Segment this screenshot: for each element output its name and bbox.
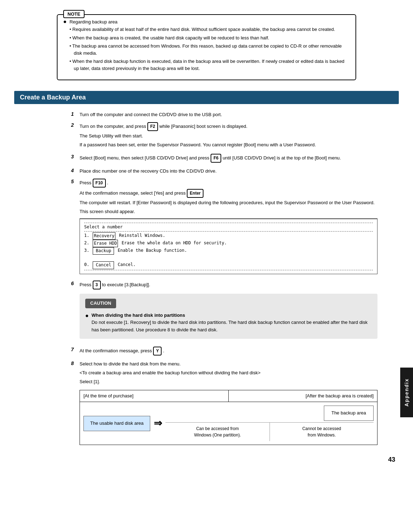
step-6: 6 Press 3 to execute [3.[Backup]]. CAUTI… xyxy=(71,281,377,343)
arrow-right-icon: ⇒ xyxy=(154,416,162,431)
disk-diagram: [At the time of purchase] [After the bac… xyxy=(80,390,377,445)
key-3: 3 xyxy=(93,281,101,289)
step-num-2: 2 xyxy=(71,122,78,128)
step-2: 2 Turn on the computer, and press F2 whi… xyxy=(71,122,377,150)
section-header: Create a Backup Area xyxy=(14,91,399,104)
key-y: Y xyxy=(153,347,162,355)
steps-container: 1 Turn off the computer and connect the … xyxy=(71,111,377,449)
screen-item-3: 3. Backup Enable the Backup function. xyxy=(84,247,373,255)
disk-right-section: The backup area Can be accessed from Win… xyxy=(165,406,374,441)
screen-cancel-desc: Cancel. xyxy=(118,261,136,269)
appendix-sidebar: Appendix xyxy=(400,368,413,417)
page-number: 43 xyxy=(388,456,395,463)
step-3: 3 Select [Boot] menu, then select [USB C… xyxy=(71,154,377,164)
step-8-line3: Select [1]. xyxy=(80,378,377,386)
step-1-text: Turn off the computer and connect the CD… xyxy=(80,112,222,117)
step-6-line1: Press 3 to execute [3.[Backup]]. xyxy=(80,281,377,289)
screen-item-1-desc: Reinstall Windows. xyxy=(119,232,165,240)
note-label: NOTE xyxy=(63,10,85,18)
step-2-line2: The Setup Utility will then start. xyxy=(80,132,377,140)
screen-item-2: 2. Erase HDD Erase the whole data on HDD… xyxy=(84,240,373,247)
screen-divider-bottom xyxy=(84,270,373,270)
note-sub-list: Requires availability of at least half o… xyxy=(70,26,350,72)
step-2-line3: If a password has been set, enter the Su… xyxy=(80,141,377,149)
step-6-content: Press 3 to execute [3.[Backup]]. CAUTION… xyxy=(80,281,377,343)
step-8-line1: Select how to divide the hard disk from … xyxy=(80,360,377,368)
screen-item-3-num: 3. xyxy=(84,247,89,255)
step-7: 7 At the confirmation message, press Y . xyxy=(71,347,377,357)
caution-bullet-icon: ● xyxy=(85,311,89,320)
step-5-line4: This screen should appear. xyxy=(80,208,377,216)
step-4-text: Place disc number one of the recovery CD… xyxy=(80,168,217,174)
screen-cancel-num: 0. xyxy=(84,261,89,269)
screen-select-label: Select a number xyxy=(84,224,373,230)
note-main-text: Regarding backup area xyxy=(70,19,118,25)
diagram-body: The usable hard disk area ⇒ The backup a… xyxy=(80,402,377,445)
screen-item-2-num: 2. xyxy=(84,240,89,247)
note-sub-item: The backup area cannot be accessed from … xyxy=(70,43,350,56)
note-sub-item: Requires availability of at least half o… xyxy=(70,26,350,33)
caution-text: When dividing the hard disk into partiti… xyxy=(92,312,372,334)
step-num-1: 1 xyxy=(71,111,78,117)
key-f10: F10 xyxy=(93,179,106,188)
screen-item-1-num: 1. xyxy=(84,232,89,240)
diagram-backup-label-row: The backup area xyxy=(165,406,374,421)
step-4: 4 Place disc number one of the recovery … xyxy=(71,168,377,175)
caution-title: When dividing the hard disk into partiti… xyxy=(92,313,185,318)
note-box: NOTE ● Regarding backup area Requires av… xyxy=(57,14,356,80)
screen-item-3-desc: Enable the Backup function. xyxy=(118,247,187,255)
step-5: 5 Press F10 . At the confirmation messag… xyxy=(71,179,377,277)
diagram-bottom-right: Cannot be accessed from Windows. xyxy=(270,423,374,441)
note-main-item: ● Regarding backup area Requires availab… xyxy=(63,19,350,73)
caution-label: CAUTION xyxy=(85,299,116,308)
screen-cancel: 0. Cancel Cancel. xyxy=(84,261,373,269)
step-7-content: At the confirmation message, press Y . xyxy=(80,347,377,357)
step-8: 8 Select how to divide the hard disk fro… xyxy=(71,360,377,449)
section-title: Create a Backup Area xyxy=(20,94,86,101)
diagram-bottom-sections: Can be accessed from Windows (One partit… xyxy=(165,422,374,441)
screen-item-1-label: Recovery xyxy=(93,232,115,240)
caution-box: CAUTION ● When dividing the hard disk in… xyxy=(80,294,377,339)
note-bullet-icon: ● xyxy=(63,18,67,25)
key-f6: F6 xyxy=(211,154,221,163)
step-num-7: 7 xyxy=(71,347,78,352)
step-1-content: Turn off the computer and connect the CD… xyxy=(80,111,377,119)
caution-body: Do not execute [1. Recovery] to divide t… xyxy=(92,320,368,332)
caution-item: ● When dividing the hard disk into parti… xyxy=(85,312,372,334)
disk-backup-area: The backup area xyxy=(324,406,374,421)
diagram-header-left: [At the time of purchase] xyxy=(80,390,229,402)
note-sub-item: When the hard disk backup function is ex… xyxy=(70,58,350,72)
screen-item-2-label: Erase HDD xyxy=(93,240,118,247)
step-5-line1: Press F10 . xyxy=(80,179,377,188)
step-3-line1: Select [Boot] menu, then select [USB CD/… xyxy=(80,154,377,163)
screen-box: Select a number 1. Recovery Reinstall Wi… xyxy=(80,218,377,274)
key-f2: F2 xyxy=(147,122,158,131)
step-2-content: Turn on the computer, and press F2 while… xyxy=(80,122,377,150)
diagram-header-right: [After the backup area is created] xyxy=(229,390,377,402)
screen-item-3-label: Backup xyxy=(93,247,114,255)
screen-divider-2 xyxy=(84,231,373,232)
step-num-8: 8 xyxy=(71,360,78,366)
step-1: 1 Turn off the computer and connect the … xyxy=(71,111,377,119)
step-8-content: Select how to divide the hard disk from … xyxy=(80,360,377,449)
appendix-label: Appendix xyxy=(404,378,409,407)
diagram-header: [At the time of purchase] [After the bac… xyxy=(80,390,377,402)
screen-cancel-label: Cancel xyxy=(93,261,114,269)
step-4-content: Place disc number one of the recovery CD… xyxy=(80,168,377,175)
screen-divider-top xyxy=(84,223,373,223)
step-8-line2: <To create a backup area and enable the … xyxy=(80,369,377,377)
step-7-line1: At the confirmation message, press Y . xyxy=(80,347,377,355)
disk-usable-area: The usable hard disk area xyxy=(83,416,150,431)
step-3-content: Select [Boot] menu, then select [USB CD/… xyxy=(80,154,377,164)
note-sub-item: When the backup area is created, the usa… xyxy=(70,34,350,42)
step-num-6: 6 xyxy=(71,281,78,286)
step-5-line2: At the confirmation message, select [Yes… xyxy=(80,189,377,198)
screen-item-2-desc: Erase the whole data on HDD for security… xyxy=(121,240,227,247)
step-num-3: 3 xyxy=(71,154,78,159)
diagram-bottom-left: Can be accessed from Windows (One partit… xyxy=(165,423,270,441)
step-5-content: Press F10 . At the confirmation message,… xyxy=(80,179,377,277)
step-2-line1: Turn on the computer, and press F2 while… xyxy=(80,122,377,131)
key-enter: Enter xyxy=(187,189,203,198)
screen-item-1: 1. Recovery Reinstall Windows. xyxy=(84,232,373,240)
step-5-line3: The computer will restart. If [Enter Pas… xyxy=(80,199,377,207)
